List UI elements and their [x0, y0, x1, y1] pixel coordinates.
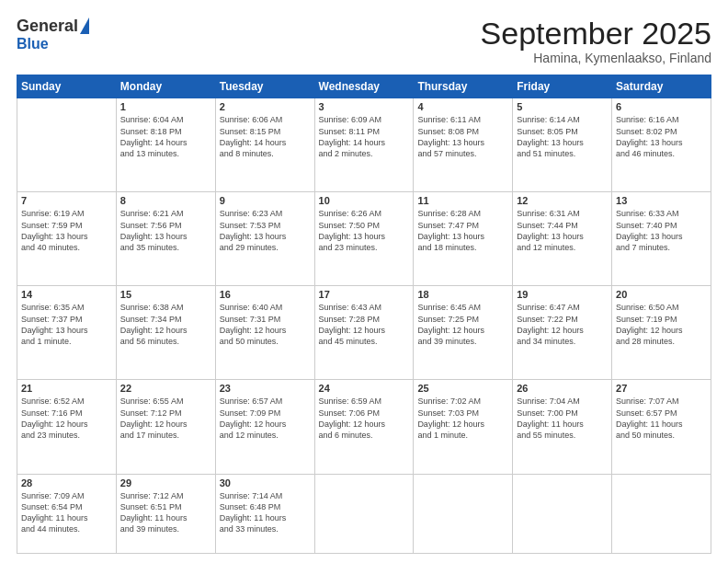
calendar-cell: 17Sunrise: 6:43 AMSunset: 7:28 PMDayligh…	[314, 286, 414, 380]
day-number: 3	[319, 101, 410, 112]
day-number: 24	[319, 383, 410, 394]
day-info: Sunrise: 6:33 AMSunset: 7:40 PMDaylight:…	[616, 208, 707, 253]
day-info: Sunrise: 6:06 AMSunset: 8:15 PMDaylight:…	[220, 114, 311, 159]
calendar-cell: 6Sunrise: 6:16 AMSunset: 8:02 PMDaylight…	[612, 98, 711, 192]
calendar-cell: 9Sunrise: 6:23 AMSunset: 7:53 PMDaylight…	[215, 192, 314, 286]
logo-general: General	[17, 17, 78, 36]
day-number: 17	[319, 289, 410, 300]
day-info: Sunrise: 6:43 AMSunset: 7:28 PMDaylight:…	[319, 302, 410, 347]
calendar-cell: 4Sunrise: 6:11 AMSunset: 8:08 PMDaylight…	[414, 98, 513, 192]
day-number: 21	[21, 383, 112, 394]
day-number: 23	[220, 383, 311, 394]
day-info: Sunrise: 6:23 AMSunset: 7:53 PMDaylight:…	[220, 208, 311, 253]
day-number: 4	[417, 101, 508, 112]
calendar-header-row: SundayMondayTuesdayWednesdayThursdayFrid…	[17, 75, 711, 98]
calendar-cell: 20Sunrise: 6:50 AMSunset: 7:19 PMDayligh…	[612, 286, 711, 380]
calendar-cell: 23Sunrise: 6:57 AMSunset: 7:09 PMDayligh…	[215, 380, 314, 474]
calendar-header-friday: Friday	[513, 75, 612, 98]
calendar-cell: 1Sunrise: 6:04 AMSunset: 8:18 PMDaylight…	[116, 98, 215, 192]
calendar-cell: 21Sunrise: 6:52 AMSunset: 7:16 PMDayligh…	[17, 380, 117, 474]
header: General Blue September 2025 Hamina, Kyme…	[17, 17, 711, 65]
logo-triangle-icon	[80, 17, 89, 34]
calendar-header-thursday: Thursday	[414, 75, 513, 98]
day-info: Sunrise: 6:50 AMSunset: 7:19 PMDaylight:…	[616, 302, 707, 347]
calendar-header-tuesday: Tuesday	[215, 75, 314, 98]
day-number: 8	[120, 195, 211, 206]
calendar-week-3: 14Sunrise: 6:35 AMSunset: 7:37 PMDayligh…	[17, 286, 711, 380]
day-number: 18	[417, 289, 508, 300]
calendar-cell: 29Sunrise: 7:12 AMSunset: 6:51 PMDayligh…	[116, 474, 215, 553]
calendar-cell: 30Sunrise: 7:14 AMSunset: 6:48 PMDayligh…	[215, 474, 314, 553]
day-number: 5	[517, 101, 608, 112]
calendar-cell: 12Sunrise: 6:31 AMSunset: 7:44 PMDayligh…	[513, 192, 612, 286]
day-number: 15	[120, 289, 211, 300]
day-info: Sunrise: 6:35 AMSunset: 7:37 PMDaylight:…	[21, 302, 112, 347]
day-info: Sunrise: 7:14 AMSunset: 6:48 PMDaylight:…	[220, 490, 311, 535]
day-info: Sunrise: 6:11 AMSunset: 8:08 PMDaylight:…	[417, 114, 508, 159]
calendar-cell: 11Sunrise: 6:28 AMSunset: 7:47 PMDayligh…	[414, 192, 513, 286]
title-block: September 2025 Hamina, Kymenlaakso, Finl…	[481, 17, 711, 65]
calendar: SundayMondayTuesdayWednesdayThursdayFrid…	[17, 75, 711, 554]
calendar-cell: 8Sunrise: 6:21 AMSunset: 7:56 PMDaylight…	[116, 192, 215, 286]
calendar-cell: 26Sunrise: 7:04 AMSunset: 7:00 PMDayligh…	[513, 380, 612, 474]
day-number: 6	[616, 101, 707, 112]
day-info: Sunrise: 6:16 AMSunset: 8:02 PMDaylight:…	[616, 114, 707, 159]
calendar-week-1: 1Sunrise: 6:04 AMSunset: 8:18 PMDaylight…	[17, 98, 711, 192]
day-number: 19	[517, 289, 608, 300]
calendar-cell	[612, 474, 711, 553]
calendar-header-monday: Monday	[116, 75, 215, 98]
day-number: 14	[21, 289, 112, 300]
calendar-cell: 14Sunrise: 6:35 AMSunset: 7:37 PMDayligh…	[17, 286, 117, 380]
day-info: Sunrise: 6:28 AMSunset: 7:47 PMDaylight:…	[417, 208, 508, 253]
day-info: Sunrise: 6:47 AMSunset: 7:22 PMDaylight:…	[517, 302, 608, 347]
day-info: Sunrise: 7:02 AMSunset: 7:03 PMDaylight:…	[417, 396, 508, 441]
day-info: Sunrise: 6:45 AMSunset: 7:25 PMDaylight:…	[417, 302, 508, 347]
logo: General Blue	[17, 17, 89, 52]
calendar-cell	[513, 474, 612, 553]
calendar-week-5: 28Sunrise: 7:09 AMSunset: 6:54 PMDayligh…	[17, 474, 711, 553]
calendar-header-wednesday: Wednesday	[314, 75, 414, 98]
calendar-cell: 22Sunrise: 6:55 AMSunset: 7:12 PMDayligh…	[116, 380, 215, 474]
day-number: 16	[220, 289, 311, 300]
day-info: Sunrise: 6:26 AMSunset: 7:50 PMDaylight:…	[319, 208, 410, 253]
page: General Blue September 2025 Hamina, Kyme…	[0, 0, 728, 563]
day-number: 7	[21, 195, 112, 206]
calendar-cell	[17, 98, 117, 192]
day-info: Sunrise: 6:21 AMSunset: 7:56 PMDaylight:…	[120, 208, 211, 253]
title-month: September 2025	[481, 17, 711, 51]
calendar-cell: 18Sunrise: 6:45 AMSunset: 7:25 PMDayligh…	[414, 286, 513, 380]
calendar-cell: 24Sunrise: 6:59 AMSunset: 7:06 PMDayligh…	[314, 380, 414, 474]
calendar-cell: 16Sunrise: 6:40 AMSunset: 7:31 PMDayligh…	[215, 286, 314, 380]
day-number: 29	[120, 477, 211, 488]
day-number: 22	[120, 383, 211, 394]
day-info: Sunrise: 7:04 AMSunset: 7:00 PMDaylight:…	[517, 396, 608, 441]
calendar-cell: 2Sunrise: 6:06 AMSunset: 8:15 PMDaylight…	[215, 98, 314, 192]
calendar-header-sunday: Sunday	[17, 75, 117, 98]
day-number: 13	[616, 195, 707, 206]
day-info: Sunrise: 6:52 AMSunset: 7:16 PMDaylight:…	[21, 396, 112, 441]
day-info: Sunrise: 6:40 AMSunset: 7:31 PMDaylight:…	[220, 302, 311, 347]
day-number: 20	[616, 289, 707, 300]
day-number: 11	[417, 195, 508, 206]
day-number: 26	[517, 383, 608, 394]
calendar-week-4: 21Sunrise: 6:52 AMSunset: 7:16 PMDayligh…	[17, 380, 711, 474]
day-number: 1	[120, 101, 211, 112]
day-info: Sunrise: 6:14 AMSunset: 8:05 PMDaylight:…	[517, 114, 608, 159]
day-info: Sunrise: 6:38 AMSunset: 7:34 PMDaylight:…	[120, 302, 211, 347]
calendar-cell: 5Sunrise: 6:14 AMSunset: 8:05 PMDaylight…	[513, 98, 612, 192]
calendar-header-saturday: Saturday	[612, 75, 711, 98]
calendar-cell: 3Sunrise: 6:09 AMSunset: 8:11 PMDaylight…	[314, 98, 414, 192]
day-info: Sunrise: 6:55 AMSunset: 7:12 PMDaylight:…	[120, 396, 211, 441]
day-number: 2	[220, 101, 311, 112]
calendar-cell: 15Sunrise: 6:38 AMSunset: 7:34 PMDayligh…	[116, 286, 215, 380]
day-number: 9	[220, 195, 311, 206]
day-info: Sunrise: 7:09 AMSunset: 6:54 PMDaylight:…	[21, 490, 112, 535]
day-number: 25	[417, 383, 508, 394]
calendar-cell: 25Sunrise: 7:02 AMSunset: 7:03 PMDayligh…	[414, 380, 513, 474]
day-number: 10	[319, 195, 410, 206]
day-info: Sunrise: 6:57 AMSunset: 7:09 PMDaylight:…	[220, 396, 311, 441]
logo-blue: Blue	[17, 36, 49, 52]
calendar-cell: 10Sunrise: 6:26 AMSunset: 7:50 PMDayligh…	[314, 192, 414, 286]
calendar-cell: 13Sunrise: 6:33 AMSunset: 7:40 PMDayligh…	[612, 192, 711, 286]
day-info: Sunrise: 6:19 AMSunset: 7:59 PMDaylight:…	[21, 208, 112, 253]
